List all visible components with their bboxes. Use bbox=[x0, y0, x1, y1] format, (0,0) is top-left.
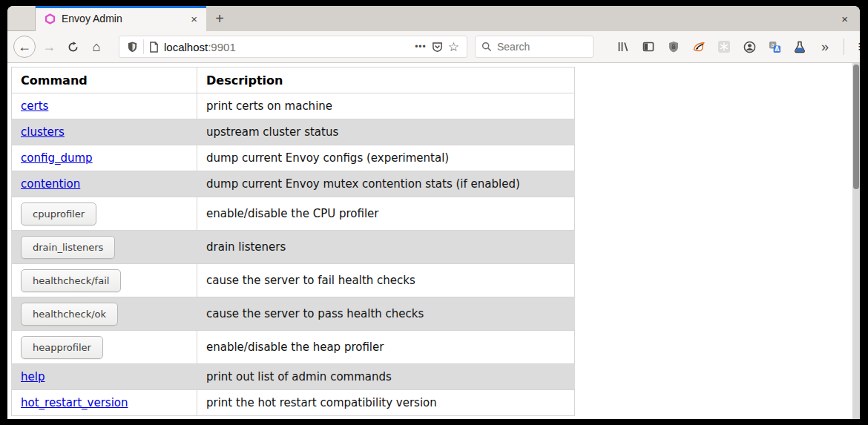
command-cell: cpuprofiler bbox=[12, 197, 197, 231]
command-cell: drain_listeners bbox=[12, 231, 197, 264]
menu-hamburger-icon[interactable]: ≡ bbox=[852, 36, 860, 57]
command-link[interactable]: help bbox=[21, 370, 45, 383]
translate-extension-icon[interactable]: a A bbox=[764, 36, 785, 57]
command-table-body: certsprint certs on machineclustersupstr… bbox=[12, 93, 575, 416]
description-cell: drain listeners bbox=[197, 231, 575, 264]
search-icon bbox=[481, 42, 492, 52]
library-icon[interactable] bbox=[613, 36, 634, 57]
command-cell: hot_restart_version bbox=[12, 390, 197, 416]
browser-window: Envoy Admin × + × ← → ⌂ bbox=[7, 6, 860, 419]
command-link[interactable]: certs bbox=[21, 99, 48, 113]
flask-extension-icon[interactable] bbox=[789, 36, 810, 57]
search-placeholder[interactable]: Search bbox=[497, 41, 530, 53]
vertical-scrollbar[interactable] bbox=[852, 63, 860, 419]
shield-lock-extension-icon[interactable] bbox=[663, 36, 684, 57]
pocket-icon[interactable] bbox=[432, 42, 443, 53]
command-table: Command Description certsprint certs on … bbox=[11, 67, 575, 416]
url-text[interactable]: localhost:9901 bbox=[164, 41, 410, 53]
command-button[interactable]: healthcheck/ok bbox=[21, 303, 118, 326]
command-cell: config_dump bbox=[12, 145, 197, 171]
table-row: healthcheck/failcause the server to fail… bbox=[12, 264, 575, 297]
envoy-admin-page: Command Description certsprint certs on … bbox=[7, 63, 852, 419]
description-cell: print the hot restart compatibility vers… bbox=[197, 390, 575, 416]
titlebar-spacer bbox=[7, 6, 36, 31]
account-icon[interactable] bbox=[739, 36, 760, 57]
command-link[interactable]: config_dump bbox=[21, 151, 93, 165]
command-cell: heapprofiler bbox=[12, 331, 197, 364]
table-row: helpprint out list of admin commands bbox=[12, 364, 575, 390]
page-info-icon[interactable] bbox=[149, 42, 159, 53]
privacy-badger-extension-icon[interactable] bbox=[688, 36, 709, 57]
command-cell: contention bbox=[12, 171, 197, 197]
urlbar-separator bbox=[143, 39, 144, 54]
envoy-favicon-icon bbox=[45, 13, 56, 24]
description-cell: enable/disable the heap profiler bbox=[197, 331, 575, 364]
command-cell: clusters bbox=[12, 119, 197, 145]
description-cell: dump current Envoy configs (experimental… bbox=[197, 145, 575, 171]
description-cell: print out list of admin commands bbox=[197, 364, 575, 390]
command-button[interactable]: healthcheck/fail bbox=[21, 269, 121, 292]
url-host: localhost bbox=[164, 41, 208, 53]
tracking-protection-shield-icon[interactable] bbox=[127, 41, 138, 53]
page-content: Command Description certsprint certs on … bbox=[7, 63, 860, 419]
command-cell: help bbox=[12, 364, 197, 390]
command-link[interactable]: clusters bbox=[21, 125, 65, 139]
page-actions-icon[interactable]: ••• bbox=[415, 42, 427, 52]
command-cell: healthcheck/ok bbox=[12, 297, 197, 331]
description-cell: cause the server to fail health checks bbox=[197, 264, 575, 297]
description-cell: cause the server to pass health checks bbox=[197, 297, 575, 331]
sidebars-icon[interactable] bbox=[638, 36, 659, 57]
back-button[interactable]: ← bbox=[13, 36, 36, 58]
description-column-header: Description bbox=[197, 67, 575, 93]
table-row: config_dumpdump current Envoy configs (e… bbox=[12, 145, 575, 171]
active-tab-indicator bbox=[36, 6, 206, 8]
titlebar[interactable]: Envoy Admin × + × bbox=[7, 6, 860, 31]
home-button[interactable]: ⌂ bbox=[85, 35, 108, 59]
table-row: drain_listenersdrain listeners bbox=[12, 231, 575, 264]
new-tab-button[interactable]: + bbox=[206, 6, 233, 31]
toolbar-separator bbox=[844, 39, 844, 55]
table-row: heapprofilerenable/disable the heap prof… bbox=[12, 331, 575, 364]
tab-envoy-admin[interactable]: Envoy Admin × bbox=[36, 6, 206, 31]
command-button[interactable]: drain_listeners bbox=[21, 236, 115, 259]
svg-text:A: A bbox=[775, 45, 780, 52]
window-close-button[interactable]: × bbox=[841, 6, 848, 31]
table-row: clustersupstream cluster status bbox=[12, 119, 575, 145]
table-row: hot_restart_versionprint the hot restart… bbox=[12, 390, 575, 416]
tab-close-icon[interactable]: × bbox=[188, 13, 200, 25]
tab-title: Envoy Admin bbox=[62, 13, 182, 24]
snowflake-extension-icon[interactable] bbox=[714, 36, 734, 57]
table-row: healthcheck/okcause the server to pass h… bbox=[12, 297, 575, 331]
navigation-toolbar: ← → ⌂ localhost:9901 bbox=[7, 31, 860, 63]
description-cell: print certs on machine bbox=[197, 93, 575, 119]
bookmark-star-icon[interactable]: ☆ bbox=[448, 39, 459, 55]
overflow-chevron-icon[interactable]: » bbox=[815, 36, 835, 57]
command-button[interactable]: cpuprofiler bbox=[21, 202, 96, 225]
scrollbar-thumb[interactable] bbox=[853, 65, 859, 189]
search-bar[interactable]: Search bbox=[475, 36, 594, 58]
url-bar[interactable]: localhost:9901 ••• ☆ bbox=[119, 36, 467, 58]
toolbar-extensions: a A » ≡ bbox=[613, 36, 860, 57]
command-link[interactable]: contention bbox=[21, 177, 80, 191]
description-cell: enable/disable the CPU profiler bbox=[197, 197, 575, 231]
url-port: :9901 bbox=[208, 41, 236, 53]
command-link[interactable]: hot_restart_version bbox=[21, 396, 128, 409]
command-cell: certs bbox=[12, 93, 197, 119]
command-button[interactable]: heapprofiler bbox=[21, 336, 103, 359]
forward-button[interactable]: → bbox=[37, 35, 61, 59]
description-cell: upstream cluster status bbox=[197, 119, 575, 145]
table-row: cpuprofilerenable/disable the CPU profil… bbox=[12, 197, 575, 231]
reload-button[interactable] bbox=[61, 35, 85, 59]
table-row: contentiondump current Envoy mutex conte… bbox=[12, 171, 575, 197]
table-row: certsprint certs on machine bbox=[12, 93, 575, 119]
description-cell: dump current Envoy mutex contention stat… bbox=[197, 171, 575, 197]
table-header-row: Command Description bbox=[12, 67, 575, 93]
command-cell: healthcheck/fail bbox=[12, 264, 197, 297]
command-column-header: Command bbox=[12, 67, 197, 93]
